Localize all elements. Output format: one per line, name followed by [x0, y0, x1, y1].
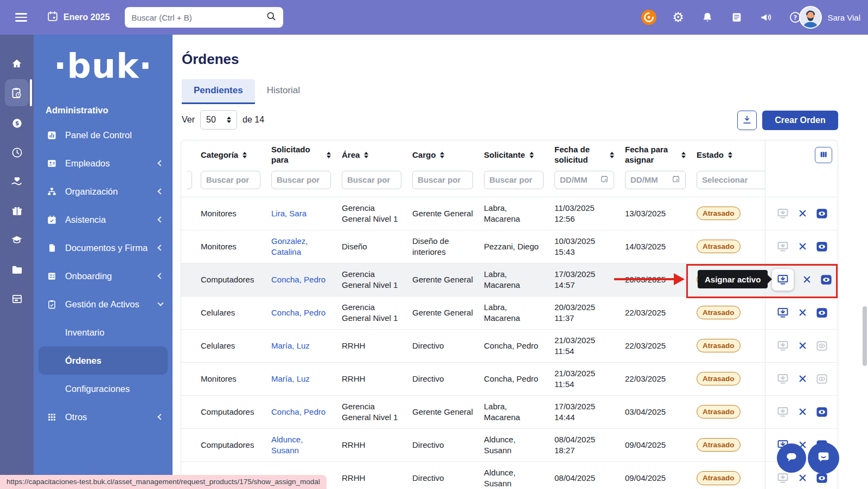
clipped-filter-input[interactable]	[187, 171, 192, 189]
employee-link[interactable]: Gonzalez, Catalina	[271, 236, 308, 256]
rail-clock-icon[interactable]	[0, 138, 34, 167]
cell-solicitante: Labra, Macarena	[478, 395, 549, 428]
assign-asset-button[interactable]	[776, 273, 789, 286]
employee-link[interactable]: María, Luz	[271, 374, 310, 383]
filter-cargo[interactable]: Buscar por	[412, 171, 473, 189]
cell-fecha-asignar: 03/04/2025	[620, 395, 691, 428]
filter-area[interactable]: Buscar por	[342, 171, 401, 189]
col-estado[interactable]: Estado	[691, 140, 765, 170]
employee-link[interactable]: Concha, Pedro	[271, 407, 326, 416]
filter-categoria[interactable]: Buscar por	[201, 171, 260, 189]
cell-fecha-solicitud: 08/04/2025	[549, 461, 620, 489]
view-order-button[interactable]	[816, 307, 828, 319]
bell-icon[interactable]	[700, 10, 715, 25]
cell-estado: Atrasado	[691, 197, 765, 230]
reject-order-button[interactable]	[798, 308, 807, 317]
col-solicitante[interactable]: Solicitante	[478, 140, 549, 170]
view-order-button[interactable]	[816, 241, 828, 253]
assign-asset-button[interactable]	[776, 372, 789, 385]
reject-order-button[interactable]	[798, 341, 807, 350]
cell-area: Diseño	[336, 230, 407, 263]
view-order-button[interactable]	[816, 472, 828, 484]
employee-link[interactable]: Lira, Sara	[271, 209, 307, 218]
sidebar-subitem-configuraciones[interactable]: Configuraciones	[34, 375, 173, 403]
assign-asset-button[interactable]	[776, 207, 789, 220]
filter-solicitado[interactable]: Buscar por	[271, 171, 331, 189]
col-fecha-asignar[interactable]: Fecha para asignar	[620, 140, 691, 170]
tab-historial[interactable]: Historial	[255, 79, 312, 104]
reject-order-button[interactable]	[802, 275, 812, 284]
col-area[interactable]: Área	[336, 140, 407, 170]
hamburger-icon[interactable]	[15, 13, 27, 22]
employee-link[interactable]: Aldunce, Susann	[271, 435, 303, 455]
view-order-button[interactable]	[816, 340, 828, 352]
rail-graduation-icon[interactable]	[0, 226, 34, 255]
gear-icon[interactable]: ⚙	[671, 10, 686, 25]
assign-asset-button[interactable]	[776, 406, 789, 419]
assign-asset-button[interactable]	[776, 306, 789, 319]
rail-hand-heart-icon[interactable]	[0, 167, 34, 196]
svg-text:$: $	[15, 120, 19, 127]
rail-archive-icon[interactable]	[0, 284, 34, 313]
search-input[interactable]	[131, 13, 266, 22]
filter-solicitante[interactable]: Buscar por	[484, 171, 544, 189]
assign-asset-button[interactable]	[776, 240, 789, 253]
rail-folder-icon[interactable]	[0, 255, 34, 284]
col-solicitado-para[interactable]: Solicitado para	[266, 140, 336, 170]
employee-link[interactable]: Concha, Pedro	[271, 275, 326, 284]
col-cargo[interactable]: Cargo	[407, 140, 478, 170]
employee-link[interactable]: María, Luz	[271, 341, 310, 350]
chat-bubble-button[interactable]	[777, 443, 806, 473]
sidebar-item-onboarding[interactable]: Onboarding	[34, 262, 173, 290]
view-order-button[interactable]	[820, 274, 832, 286]
scrollbar-thumb[interactable]	[863, 306, 867, 366]
reject-order-button[interactable]	[798, 473, 807, 482]
reject-order-button[interactable]	[798, 374, 807, 383]
updates-icon[interactable]	[641, 10, 656, 25]
table-row: MonitoresMaría, LuzRRHHDirectivoConcha, …	[181, 362, 838, 395]
per-page-select[interactable]: 50	[200, 110, 237, 130]
rail-gift-icon[interactable]	[0, 196, 34, 226]
sidebar-item-otros[interactable]: Otros	[34, 403, 173, 431]
megaphone-icon[interactable]	[758, 10, 774, 25]
cell-fecha-asignar: 14/03/2025	[620, 230, 691, 263]
configure-columns-button[interactable]	[815, 147, 832, 163]
filter-estado[interactable]: Seleccionar	[697, 171, 765, 189]
reject-order-button[interactable]	[798, 242, 807, 251]
sidebar-item-documentos-y-firma[interactable]: Documentos y Firma	[34, 234, 173, 262]
assign-asset-button[interactable]	[776, 339, 789, 352]
sidebar-item-gestion-de-activos[interactable]: Gestión de Activos	[34, 290, 173, 318]
sidebar-item-empleados[interactable]: Empleados	[34, 149, 173, 177]
employee-link[interactable]: Concha, Pedro	[271, 308, 326, 317]
search-icon[interactable]	[266, 11, 277, 24]
sidebar-item-organizacion[interactable]: Organización	[34, 177, 173, 205]
news-icon[interactable]	[729, 10, 744, 25]
period-selector[interactable]: Enero 2025	[47, 10, 110, 24]
cell-actions	[765, 197, 838, 230]
download-button[interactable]	[737, 111, 757, 130]
col-fecha-solicitud[interactable]: Fecha de solicitud	[549, 140, 620, 170]
view-order-button[interactable]	[816, 406, 828, 418]
sidebar-subitem-ordenes[interactable]: Órdenes	[39, 346, 168, 375]
rail-clipboard-clock-icon[interactable]	[0, 78, 34, 108]
view-order-button[interactable]	[816, 373, 828, 385]
sidebar-item-panel-de-control[interactable]: Panel de Control	[34, 121, 173, 149]
sidebar-subitem-inventario[interactable]: Inventario	[34, 318, 173, 346]
filter-fecha-asignar[interactable]: DD/MM	[625, 171, 686, 189]
rail-dollar-icon[interactable]: $	[0, 108, 34, 138]
reject-order-button[interactable]	[798, 407, 807, 416]
topbar: Enero 2025 ⚙ ? Sara Vial	[0, 0, 868, 35]
reject-order-button[interactable]	[798, 209, 807, 218]
avatar[interactable]	[799, 6, 822, 29]
view-order-button[interactable]	[816, 208, 828, 220]
buk-logo[interactable]: ·buk·	[34, 48, 173, 85]
col-categoria[interactable]: Categoría	[195, 140, 266, 170]
rail-home-icon[interactable]	[0, 49, 34, 78]
create-order-button[interactable]: Crear Orden	[762, 111, 838, 130]
tab-pendientes[interactable]: Pendientes	[182, 79, 255, 104]
sidebar-item-asistencia[interactable]: Asistencia	[34, 205, 173, 234]
cell-hidden	[181, 362, 195, 395]
assign-asset-button[interactable]	[776, 472, 789, 485]
filter-fecha-solicitud[interactable]: DD/MM	[554, 171, 614, 189]
chat-window-button[interactable]	[808, 442, 839, 474]
